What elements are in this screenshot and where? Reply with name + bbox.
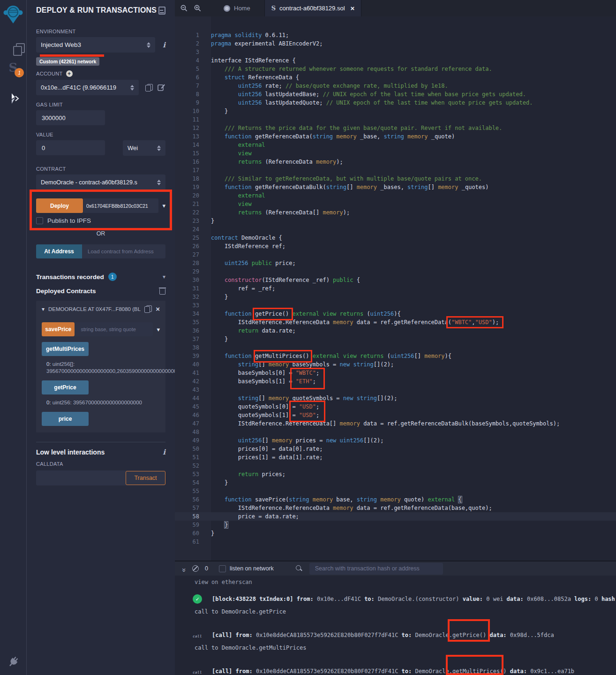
saveprice-button[interactable]: savePrice xyxy=(42,322,75,336)
value-unit-select[interactable]: Wei xyxy=(123,140,165,156)
clear-instances-icon[interactable] xyxy=(159,288,165,295)
code-line[interactable]: 54 } xyxy=(175,478,616,487)
terminal-line[interactable]: ✓[block:438228 txIndex:0] from: 0x10e...… xyxy=(175,595,616,603)
code-line[interactable]: 14 external xyxy=(175,141,616,149)
code-editor[interactable]: 1pragma solidity 0.6.11;2pragma experime… xyxy=(175,16,616,561)
deploy-arg-input[interactable] xyxy=(83,198,158,213)
code-line[interactable]: 32 } xyxy=(175,293,616,301)
price-button[interactable]: price xyxy=(42,412,89,426)
code-line[interactable]: 28 uint256 public price; xyxy=(175,259,616,267)
code-line[interactable]: 26 IStdReference ref; xyxy=(175,242,616,250)
code-line[interactable]: 16 returns (ReferenceData memory); xyxy=(175,158,616,166)
low-level-info-icon[interactable]: i xyxy=(163,448,165,456)
code-line[interactable]: 11 xyxy=(175,115,616,124)
deploy-run-icon[interactable] xyxy=(7,92,19,106)
code-line[interactable]: 61 xyxy=(175,538,616,546)
code-line[interactable]: 45 quoteSymbols[0] = "USD"; xyxy=(175,402,616,411)
code-line[interactable]: 51 prices[1] = data[1].rate; xyxy=(175,453,616,462)
publish-ipfs-checkbox[interactable] xyxy=(36,217,43,224)
terminal-log[interactable]: view on etherscan✓[block:438228 txIndex:… xyxy=(175,576,616,675)
code-line[interactable]: 55 xyxy=(175,487,616,495)
code-line[interactable]: 8 uint256 lastUpdatedBase; // UNIX epoch… xyxy=(175,90,616,99)
code-line[interactable]: 49 uint256[] memory prices = new uint256… xyxy=(175,436,616,445)
code-line[interactable]: 50 prices[0] = data[0].rate; xyxy=(175,445,616,453)
expand-args-icon[interactable]: ▾ xyxy=(162,202,165,209)
remove-instance-icon[interactable]: × xyxy=(156,305,160,313)
environment-info-icon[interactable]: i xyxy=(163,41,165,49)
terminal-line[interactable]: call to DemoOracle.getPrice xyxy=(175,608,616,615)
code-line[interactable]: 43 xyxy=(175,386,616,394)
listen-network-checkbox[interactable] xyxy=(219,565,226,572)
code-line[interactable]: 38 xyxy=(175,343,616,352)
at-address-input[interactable] xyxy=(82,244,165,258)
sign-message-icon[interactable] xyxy=(158,83,165,91)
gas-limit-input[interactable] xyxy=(36,110,105,125)
contract-select[interactable]: DemoOracle - contract-a60bf38129.s xyxy=(36,174,165,190)
code-line[interactable]: 40 string[] memory baseSymbols = new str… xyxy=(175,360,616,369)
transact-button[interactable]: Transact xyxy=(126,471,165,485)
at-address-button[interactable]: At Address xyxy=(36,244,82,258)
getprice-button[interactable]: getPrice xyxy=(42,380,89,394)
code-line[interactable]: 10 } xyxy=(175,107,616,115)
code-line[interactable]: 6 struct ReferenceData { xyxy=(175,73,616,82)
code-line[interactable]: 5 /// A structure returned whenever some… xyxy=(175,65,616,73)
code-line[interactable]: 29 xyxy=(175,267,616,276)
code-line[interactable]: 39 function getMultiPrices() external vi… xyxy=(175,352,616,360)
code-line[interactable]: 30 constructor(IStdReference _ref) publi… xyxy=(175,276,616,284)
environment-select[interactable]: Injected Web3 xyxy=(36,37,155,53)
code-line[interactable]: 24 xyxy=(175,225,616,234)
zoom-in-icon[interactable] xyxy=(194,5,201,12)
code-line[interactable]: 33 xyxy=(175,301,616,310)
terminal-line[interactable]: call to DemoOracle.getMultiPrices xyxy=(175,644,616,652)
code-line[interactable]: 47 IStdReference.ReferenceData[] memory … xyxy=(175,419,616,428)
create-account-icon[interactable]: + xyxy=(66,70,73,77)
clear-terminal-icon[interactable] xyxy=(192,565,199,572)
code-line[interactable]: 37 } xyxy=(175,335,616,343)
code-line[interactable]: 17 xyxy=(175,166,616,174)
docs-icon[interactable] xyxy=(158,7,165,15)
terminal-line[interactable]: call[call] from: 0x10e8ddeCA8185573e5926… xyxy=(175,667,616,675)
collapse-instance-icon[interactable]: ▾ xyxy=(42,306,45,312)
code-line[interactable]: 21 view xyxy=(175,200,616,208)
code-line[interactable]: 4interface IStdReference { xyxy=(175,56,616,65)
solidity-compiler-icon[interactable]: S 1 xyxy=(9,62,18,74)
code-line[interactable]: 34 function getPrice() external view ret… xyxy=(175,310,616,318)
expand-terminal-icon[interactable]: « xyxy=(179,565,187,572)
code-line[interactable]: 13 function getReferenceData(string memo… xyxy=(175,132,616,141)
chevron-down-icon[interactable]: ▾ xyxy=(163,273,165,280)
code-line[interactable]: 57 IStdReference.ReferenceData memory da… xyxy=(175,504,616,512)
value-input[interactable] xyxy=(36,140,105,155)
code-line[interactable]: 27 xyxy=(175,250,616,259)
code-line[interactable]: 22 returns (ReferenceData[] memory); xyxy=(175,208,616,217)
account-select[interactable]: 0x10e...dF41C (9.96066119 xyxy=(36,80,139,95)
code-line[interactable]: 53 return prices; xyxy=(175,470,616,478)
code-line[interactable]: 48 xyxy=(175,428,616,436)
code-line[interactable]: 60} xyxy=(175,529,616,538)
code-line[interactable]: 42 baseSymbols[1] = "ETH"; xyxy=(175,377,616,386)
code-line[interactable]: 31 ref = _ref; xyxy=(175,284,616,293)
terminal-search-input[interactable] xyxy=(309,563,443,575)
deploy-button[interactable]: Deploy xyxy=(36,198,83,213)
zoom-out-icon[interactable] xyxy=(180,5,188,12)
copy-account-icon[interactable] xyxy=(145,84,153,91)
code-line[interactable]: 52 xyxy=(175,462,616,470)
tab-home[interactable]: Home xyxy=(217,0,257,16)
code-line[interactable]: 58 price = data.rate; xyxy=(175,512,616,521)
plugin-manager-icon[interactable] xyxy=(7,655,19,669)
code-line[interactable]: 44 string[] memory quoteSymbols = new st… xyxy=(175,394,616,402)
code-line[interactable]: 20 external xyxy=(175,191,616,200)
expand-args-icon[interactable]: ▾ xyxy=(157,326,160,333)
code-line[interactable]: 19 function getReferenceDataBulk(string[… xyxy=(175,183,616,191)
code-line[interactable]: 59 } xyxy=(175,521,616,529)
code-line[interactable]: 9 uint256 lastUpdatedQuote; // UNIX epoc… xyxy=(175,99,616,107)
code-line[interactable]: 1pragma solidity 0.6.11; xyxy=(175,31,616,39)
close-tab-icon[interactable]: × xyxy=(351,4,355,12)
code-line[interactable]: 3 xyxy=(175,48,616,56)
terminal-line[interactable]: call[call] from: 0x10e8ddeCA8185573e5926… xyxy=(175,631,616,639)
copy-instance-icon[interactable] xyxy=(144,305,152,313)
code-line[interactable]: 15 view xyxy=(175,149,616,158)
code-line[interactable]: 2pragma experimental ABIEncoderV2; xyxy=(175,39,616,48)
code-line[interactable]: 7 uint256 rate; // base/quote exchange r… xyxy=(175,82,616,90)
code-line[interactable]: 35 IStdReference.ReferenceData memory da… xyxy=(175,318,616,326)
code-line[interactable]: 12 /// Returns the price data for the gi… xyxy=(175,124,616,132)
